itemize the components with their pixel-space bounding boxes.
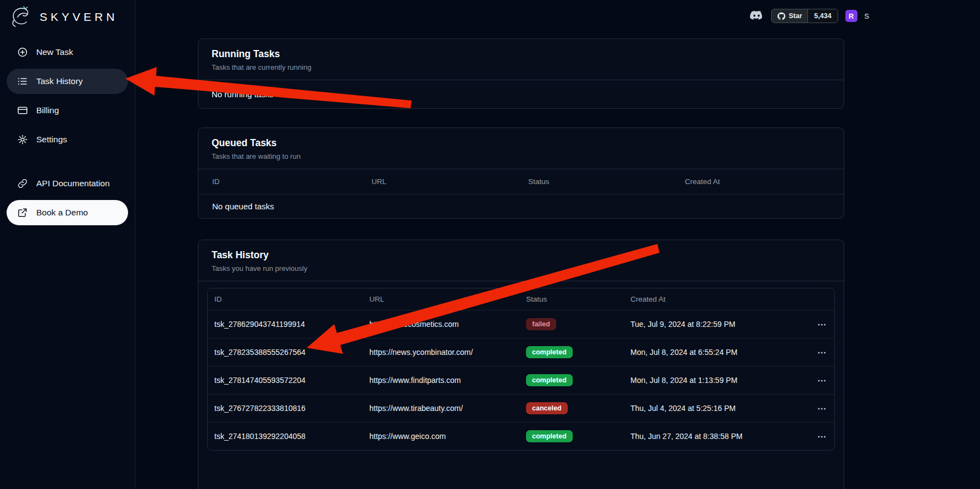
column-header-id: ID xyxy=(208,295,369,303)
avatar[interactable]: R xyxy=(845,10,857,22)
row-actions-button[interactable]: ⋯ xyxy=(804,403,834,414)
task-url: https://www.finditparts.com xyxy=(369,368,526,392)
task-created-at: Tue, Jul 9, 2024 at 8:22:59 PM xyxy=(630,312,804,336)
task-history-card: Task History Tasks you have run previous… xyxy=(198,240,844,489)
sidebar-item-label: Task History xyxy=(36,76,82,86)
status-badge: completed xyxy=(526,430,573,442)
sidebar: SKYVERN New Task Task History Billing S xyxy=(0,0,135,489)
task-created-at: Thu, Jun 27, 2024 at 8:38:58 PM xyxy=(630,424,804,448)
row-actions-button[interactable]: ⋯ xyxy=(804,431,834,442)
nav-spacer xyxy=(7,156,128,167)
card-subtitle: Tasks that are waiting to run xyxy=(212,152,830,161)
running-tasks-header: Running Tasks Tasks that are currently r… xyxy=(198,39,844,80)
status-badge: completed xyxy=(526,346,573,358)
sidebar-nav: New Task Task History Billing Settings xyxy=(0,34,135,225)
status-badge: failed xyxy=(526,318,556,330)
cutoff-username-text: S xyxy=(865,12,870,20)
row-actions-button[interactable]: ⋯ xyxy=(804,319,834,330)
skyvern-logo-icon xyxy=(9,5,34,29)
card-title: Running Tasks xyxy=(212,48,830,60)
discord-icon[interactable] xyxy=(749,10,764,21)
sidebar-item-task-history[interactable]: Task History xyxy=(7,69,128,94)
queued-tasks-card: Queued Tasks Tasks that are waiting to r… xyxy=(198,127,844,219)
task-id: tsk_278629043741199914 xyxy=(208,312,369,336)
task-id: tsk_274180139292204058 xyxy=(208,424,369,448)
github-star-widget[interactable]: Star 5,434 xyxy=(771,9,838,23)
running-tasks-empty: No running tasks xyxy=(198,80,844,108)
queued-tasks-empty: No queued tasks xyxy=(198,195,844,218)
sidebar-item-label: Billing xyxy=(36,105,59,115)
column-header-id: ID xyxy=(198,177,372,186)
card-subtitle: Tasks that are currently running xyxy=(212,63,830,72)
sidebar-item-book-a-demo[interactable]: Book a Demo xyxy=(7,200,128,225)
task-url: https://news.ycombinator.com/ xyxy=(369,340,526,364)
column-header-url: URL xyxy=(372,177,528,186)
task-url: https://www.geico.com xyxy=(369,424,526,448)
task-created-at: Mon, Jul 8, 2024 at 1:13:59 PM xyxy=(630,368,804,392)
task-created-at: Thu, Jul 4, 2024 at 5:25:16 PM xyxy=(630,396,804,420)
card-title: Queued Tasks xyxy=(212,137,830,149)
task-id: tsk_278147405593572204 xyxy=(208,368,369,392)
task-history-header: Task History Tasks you have run previous… xyxy=(198,240,844,281)
task-url: https://tartecosmetics.com xyxy=(369,312,526,336)
queued-tasks-column-headers: ID URL Status Created At xyxy=(198,169,844,195)
running-tasks-card: Running Tasks Tasks that are currently r… xyxy=(198,38,844,109)
external-link-icon xyxy=(17,207,28,218)
task-row[interactable]: tsk_274180139292204058 https://www.geico… xyxy=(208,422,834,450)
brand: SKYVERN xyxy=(0,0,135,34)
status-badge: completed xyxy=(526,374,573,386)
sidebar-item-billing[interactable]: Billing xyxy=(7,98,128,123)
status-badge: canceled xyxy=(526,402,568,414)
sidebar-item-new-task[interactable]: New Task xyxy=(7,40,128,65)
github-star-count: 5,434 xyxy=(807,9,837,23)
column-header-url: URL xyxy=(369,295,526,303)
task-row[interactable]: tsk_276727822333810816 https://www.tirab… xyxy=(208,394,834,422)
task-row[interactable]: tsk_278235388555267564 https://news.ycom… xyxy=(208,338,834,366)
sidebar-item-settings[interactable]: Settings xyxy=(7,127,128,152)
queued-tasks-header: Queued Tasks Tasks that are waiting to r… xyxy=(198,128,844,169)
github-star-label: Star xyxy=(789,12,802,20)
task-created-at: Mon, Jul 8, 2024 at 6:55:24 PM xyxy=(630,340,804,364)
row-actions-button[interactable]: ⋯ xyxy=(804,347,834,358)
card-subtitle: Tasks you have run previously xyxy=(212,264,830,273)
brand-name: SKYVERN xyxy=(40,10,118,24)
credit-card-icon xyxy=(17,105,28,116)
row-actions-button[interactable]: ⋯ xyxy=(804,375,834,386)
task-id: tsk_278235388555267564 xyxy=(208,340,369,364)
sidebar-item-label: New Task xyxy=(36,47,73,57)
task-history-table: ID URL Status Created At tsk_27862904374… xyxy=(207,288,835,451)
column-header-status: Status xyxy=(526,295,630,303)
column-header-status: Status xyxy=(528,177,685,186)
task-row[interactable]: tsk_278147405593572204 https://www.findi… xyxy=(208,366,834,394)
task-history-column-headers: ID URL Status Created At xyxy=(208,288,834,310)
column-header-created-at: Created At xyxy=(630,295,804,303)
plus-circle-icon xyxy=(17,47,28,58)
card-title: Task History xyxy=(212,249,830,261)
column-header-created-at: Created At xyxy=(685,177,844,186)
top-right-header: Star 5,434 R S xyxy=(749,8,869,24)
sidebar-item-label: API Documentation xyxy=(36,179,110,188)
task-id: tsk_276727822333810816 xyxy=(208,396,369,420)
link-icon xyxy=(17,178,28,189)
sidebar-item-label: Settings xyxy=(36,135,67,145)
sidebar-item-label: Book a Demo xyxy=(36,208,88,218)
sidebar-item-api-documentation[interactable]: API Documentation xyxy=(7,171,128,196)
list-icon xyxy=(17,76,28,87)
github-icon xyxy=(777,12,785,20)
task-url: https://www.tirabeauty.com/ xyxy=(369,396,526,420)
task-row[interactable]: tsk_278629043741199914 https://tartecosm… xyxy=(208,310,834,338)
gear-icon xyxy=(17,134,28,145)
